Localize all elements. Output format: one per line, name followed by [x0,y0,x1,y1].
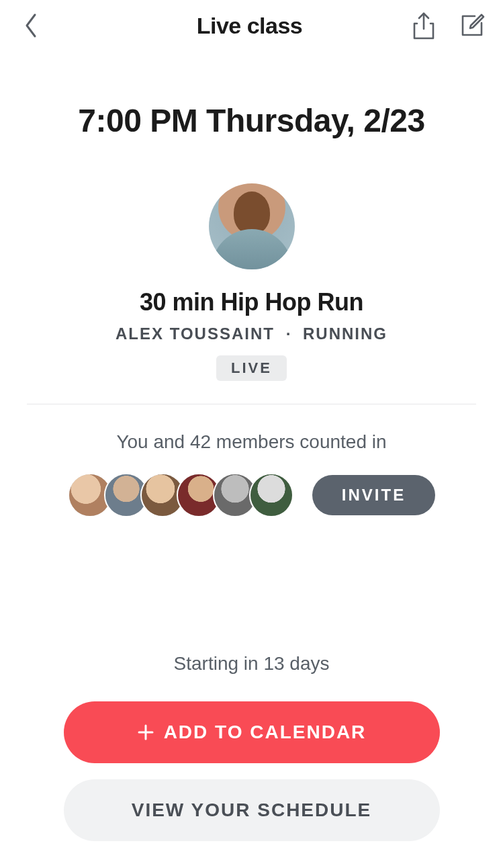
back-button[interactable] [16,11,46,40]
counted-in-text: You and 42 members counted in [27,431,476,453]
class-title: 30 min Hip Hop Run [140,288,363,316]
members-row: INVITE [27,473,476,517]
member-avatars[interactable] [68,473,293,517]
chevron-left-icon [23,12,39,39]
plus-icon [137,724,154,741]
header: Live class [0,0,503,54]
starting-in-text: Starting in 13 days [174,653,330,675]
divider [27,404,476,404]
compose-button[interactable] [457,11,487,40]
class-category: RUNNING [303,324,387,343]
member-avatar[interactable] [249,473,293,517]
class-datetime: 7:00 PM Thursday, 2/23 [27,102,476,139]
add-to-calendar-label: ADD TO CALENDAR [164,722,367,743]
view-schedule-button[interactable]: VIEW YOUR SCHEDULE [64,779,440,841]
page-title: Live class [90,13,409,39]
instructor-avatar[interactable] [209,183,295,269]
separator-dot: · [281,324,298,343]
instructor-name: ALEX TOUSSAINT [116,324,275,343]
compose-icon [459,12,486,39]
live-badge: LIVE [216,355,287,381]
share-icon [412,11,436,40]
view-schedule-label: VIEW YOUR SCHEDULE [132,799,372,821]
add-to-calendar-button[interactable]: ADD TO CALENDAR [64,701,440,763]
class-subtitle: ALEX TOUSSAINT · RUNNING [116,324,387,343]
invite-button[interactable]: INVITE [312,475,435,515]
share-button[interactable] [409,11,439,40]
